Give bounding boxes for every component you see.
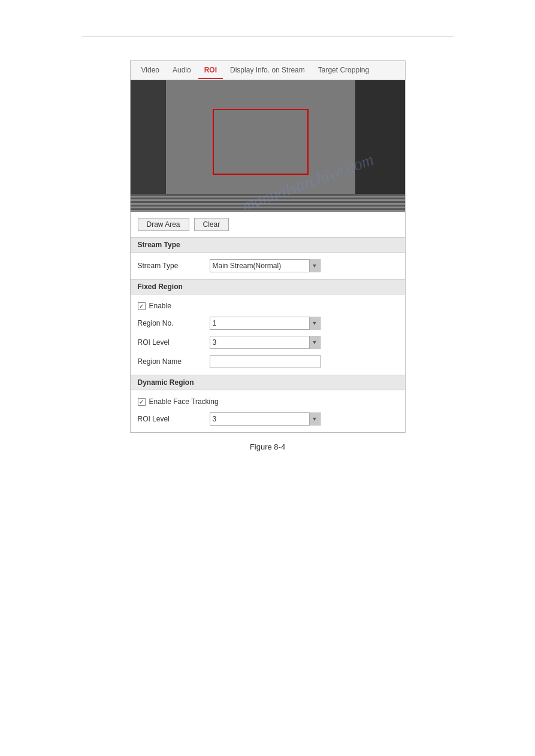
- region-no-arrow[interactable]: ▼: [309, 317, 320, 330]
- enable-label: Enable: [149, 302, 171, 310]
- top-rule: [82, 36, 454, 37]
- roi-level-arrow[interactable]: ▼: [309, 336, 320, 349]
- figure-caption: Figure 8-4: [250, 442, 285, 451]
- enable-checkbox[interactable]: [138, 302, 146, 310]
- region-name-input[interactable]: [210, 355, 321, 368]
- tab-audio[interactable]: Audio: [167, 62, 197, 79]
- enable-face-tracking-label: Enable Face Tracking: [149, 397, 219, 406]
- stream-type-section-header: Stream Type: [131, 237, 405, 253]
- stream-type-label: Stream Type: [138, 262, 210, 270]
- dynamic-roi-level-value: 3: [210, 412, 309, 426]
- tab-bar: Video Audio ROI Display Info. on Stream …: [131, 61, 405, 80]
- tab-roi[interactable]: ROI: [198, 62, 223, 79]
- dynamic-roi-level-arrow[interactable]: ▼: [309, 412, 320, 426]
- settings-panel: Video Audio ROI Display Info. on Stream …: [130, 60, 406, 433]
- roi-level-control: 3 ▼: [210, 336, 321, 349]
- roi-level-select[interactable]: 3 ▼: [210, 336, 321, 349]
- stream-type-section: Stream Type Main Stream(Normal) ▼: [131, 253, 405, 279]
- region-name-row: Region Name: [138, 352, 398, 371]
- camera-left-strip: [131, 80, 167, 212]
- region-no-select[interactable]: 1 ▼: [210, 317, 321, 330]
- stream-type-control: Main Stream(Normal) ▼: [210, 259, 321, 272]
- enable-face-tracking-row: Enable Face Tracking: [138, 394, 398, 409]
- camera-right-strip: [355, 80, 404, 212]
- button-row: Draw Area Clear: [131, 212, 405, 237]
- dynamic-roi-level-label: ROI Level: [138, 415, 210, 423]
- region-no-value: 1: [210, 317, 309, 330]
- region-no-label: Region No.: [138, 319, 210, 327]
- roi-level-value: 3: [210, 336, 309, 349]
- roi-rectangle[interactable]: [213, 109, 309, 175]
- tab-display-info[interactable]: Display Info. on Stream: [224, 62, 311, 79]
- roi-level-label: ROI Level: [138, 338, 210, 347]
- camera-preview: manualsarchive.com: [131, 80, 405, 212]
- stream-type-arrow[interactable]: ▼: [309, 259, 320, 272]
- region-no-row: Region No. 1 ▼: [138, 314, 398, 333]
- dynamic-region-section: Enable Face Tracking ROI Level 3 ▼: [131, 390, 405, 432]
- stream-type-select[interactable]: Main Stream(Normal) ▼: [210, 259, 321, 272]
- roi-level-row: ROI Level 3 ▼: [138, 333, 398, 352]
- stream-type-value: Main Stream(Normal): [210, 259, 309, 272]
- stream-type-row: Stream Type Main Stream(Normal) ▼: [138, 256, 398, 275]
- dynamic-region-section-header: Dynamic Region: [131, 375, 405, 390]
- region-name-label: Region Name: [138, 357, 210, 366]
- enable-face-tracking-checkbox[interactable]: [138, 398, 146, 406]
- fixed-region-section-header: Fixed Region: [131, 279, 405, 294]
- draw-area-button[interactable]: Draw Area: [138, 218, 189, 231]
- tab-video[interactable]: Video: [135, 62, 165, 79]
- tab-target-cropping[interactable]: Target Cropping: [312, 62, 375, 79]
- region-no-control: 1 ▼: [210, 317, 321, 330]
- fixed-region-section: Enable Region No. 1 ▼ ROI Level 3 ▼: [131, 294, 405, 375]
- dynamic-roi-level-select[interactable]: 3 ▼: [210, 412, 321, 426]
- dynamic-roi-level-control: 3 ▼: [210, 412, 321, 426]
- enable-row: Enable: [138, 298, 398, 314]
- clear-button[interactable]: Clear: [194, 218, 229, 231]
- region-name-control: [210, 355, 321, 368]
- camera-bottom-lines: [131, 194, 405, 212]
- dynamic-roi-level-row: ROI Level 3 ▼: [138, 409, 398, 429]
